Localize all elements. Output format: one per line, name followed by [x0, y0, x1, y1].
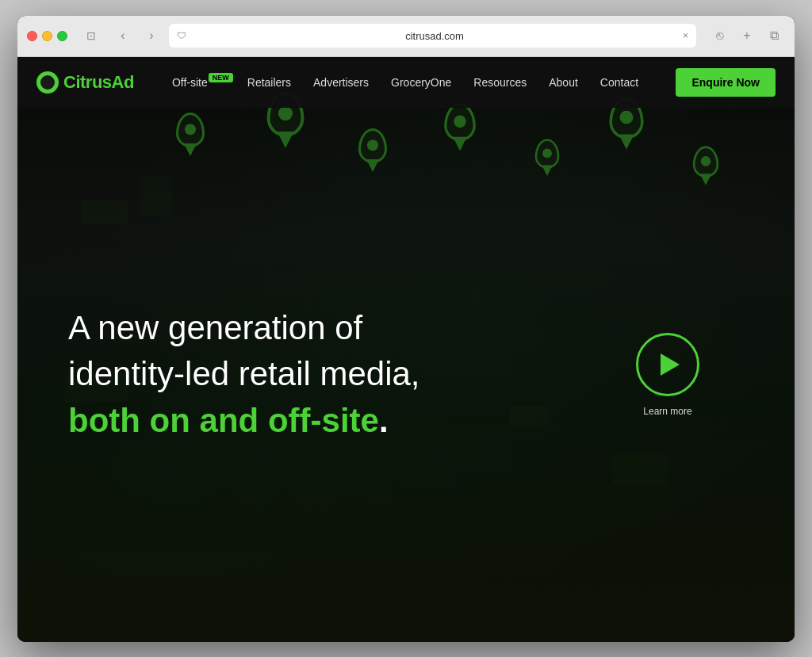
play-button-section[interactable]: Learn more — [636, 333, 699, 417]
logo-inner — [40, 75, 55, 90]
browser-chrome: ⊡ ‹ › 🛡 citrusad.com × ⎋ + ⧉ — [17, 16, 795, 57]
enquire-now-button[interactable]: Enquire Now — [676, 68, 776, 97]
hero-heading-green: both on and off-site. — [68, 401, 481, 441]
logo[interactable]: CitrusAd — [36, 71, 134, 94]
hero-period: . — [379, 402, 389, 439]
nav-link-groceryone[interactable]: GroceryOne — [381, 70, 461, 95]
window-tile-button[interactable]: ⊡ — [80, 25, 102, 47]
maximize-window-button[interactable] — [57, 31, 67, 41]
nav-link-retailers[interactable]: Retailers — [238, 70, 301, 95]
close-tab-button[interactable]: × — [683, 30, 688, 41]
new-badge: New — [209, 73, 233, 82]
logo-citrus: Citrus — [63, 72, 112, 92]
address-bar[interactable]: 🛡 citrusad.com × — [169, 24, 696, 48]
minimize-window-button[interactable] — [42, 31, 52, 41]
nav-link-offsite[interactable]: Off-site New — [163, 70, 235, 95]
nav-link-advertisers[interactable]: Advertisers — [304, 70, 378, 95]
logo-icon — [36, 71, 59, 94]
nav-label-resources: Resources — [473, 76, 527, 89]
nav-link-resources[interactable]: Resources — [464, 70, 536, 95]
browser-window: ⊡ ‹ › 🛡 citrusad.com × ⎋ + ⧉ — [17, 16, 795, 642]
back-button[interactable]: ‹ — [112, 25, 134, 47]
hero-heading-line1: A new generation of — [68, 308, 481, 348]
website: CitrusAd Off-site New Retailers Advertis… — [17, 57, 795, 642]
nav-links: Off-site New Retailers Advertisers Groce… — [163, 70, 676, 95]
logo-ad: Ad — [112, 72, 134, 92]
nav-link-about[interactable]: About — [539, 70, 588, 95]
close-window-button[interactable] — [27, 31, 37, 41]
nav-label-groceryone: GroceryOne — [391, 76, 451, 89]
hero-section: A new generation of identity-led retail … — [17, 108, 795, 642]
play-button[interactable] — [636, 333, 699, 396]
nav-label-offsite: Off-site — [172, 76, 208, 89]
learn-more-label: Learn more — [643, 406, 691, 417]
nav-label-advertisers: Advertisers — [313, 76, 369, 89]
url-text: citrusad.com — [191, 30, 678, 42]
hero-heading-line2: identity-led retail media, — [68, 354, 481, 394]
forward-button[interactable]: › — [140, 25, 163, 47]
nav-link-contact[interactable]: Contact — [591, 70, 648, 95]
share-button[interactable]: ⎋ — [709, 25, 731, 47]
browser-nav: ⊡ ‹ › — [80, 25, 163, 47]
logo-text: CitrusAd — [63, 72, 134, 93]
nav-label-about: About — [549, 76, 578, 89]
nav-label-retailers: Retailers — [247, 76, 291, 89]
traffic-lights — [27, 31, 67, 41]
hero-content: A new generation of identity-led retail … — [68, 308, 481, 441]
security-icon: 🛡 — [177, 30, 186, 41]
duplicate-button[interactable]: ⧉ — [763, 25, 785, 47]
play-icon — [661, 353, 680, 376]
navbar: CitrusAd Off-site New Retailers Advertis… — [17, 57, 795, 108]
browser-actions: ⎋ + ⧉ — [709, 25, 785, 47]
new-tab-button[interactable]: + — [736, 25, 758, 47]
nav-label-contact: Contact — [600, 76, 638, 89]
